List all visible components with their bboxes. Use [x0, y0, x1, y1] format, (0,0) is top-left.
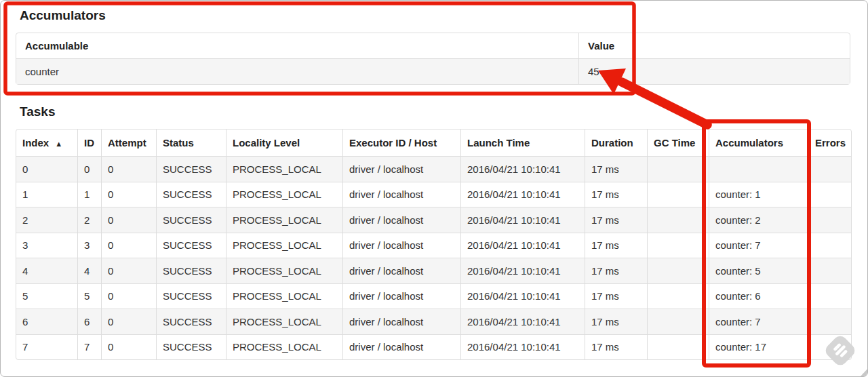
column-header-executor-id-host[interactable]: Executor ID / Host [342, 130, 460, 156]
cell-gc-time [647, 334, 709, 360]
cell-id: 0 [77, 156, 101, 182]
table-row: 2 2 0 SUCCESS PROCESS_LOCAL driver / loc… [16, 207, 851, 233]
cell-status: SUCCESS [156, 182, 226, 207]
column-header-attempt[interactable]: Attempt [101, 130, 156, 156]
cell-index: 3 [16, 233, 77, 258]
table-row: 4 4 0 SUCCESS PROCESS_LOCAL driver / loc… [16, 258, 851, 283]
accumulators-table: Accumulable Value counter 45 [16, 33, 850, 85]
cell-status: SUCCESS [156, 207, 226, 233]
cell-accumulators [709, 156, 808, 182]
cell-locality: PROCESS_LOCAL [226, 156, 342, 182]
cell-errors [808, 182, 851, 207]
cell-duration: 17 ms [585, 207, 647, 233]
cell-id: 1 [77, 182, 101, 207]
column-header-id[interactable]: ID [77, 130, 101, 156]
annotation-arrow-shaft [622, 82, 707, 125]
accumulators-header-row: Accumulable Value [16, 33, 850, 58]
cell-accumulators: counter: 7 [709, 233, 808, 258]
cell-launch-time: 2016/04/21 10:10:41 [460, 207, 585, 233]
cell-duration: 17 ms [585, 156, 647, 182]
cell-attempt: 0 [101, 233, 156, 258]
cell-attempt: 0 [101, 258, 156, 283]
column-header-launch-time[interactable]: Launch Time [460, 130, 585, 156]
tasks-header-row: Index▲ ID Attempt Status Locality Level … [16, 130, 851, 156]
cell-locality: PROCESS_LOCAL [226, 258, 342, 283]
cell-launch-time: 2016/04/21 10:10:41 [460, 283, 585, 309]
cell-launch-time: 2016/04/21 10:10:41 [460, 334, 585, 360]
cell-accumulators: counter: 5 [709, 258, 808, 283]
cell-locality: PROCESS_LOCAL [226, 309, 342, 334]
cell-index: 6 [16, 309, 77, 334]
table-row: counter 45 [16, 58, 850, 84]
cell-gc-time [647, 182, 709, 207]
cell-duration: 17 ms [585, 233, 647, 258]
cell-index: 1 [16, 182, 77, 207]
cell-accumulators: counter: 17 [709, 334, 808, 360]
cell-launch-time: 2016/04/21 10:10:41 [460, 258, 585, 283]
cell-gc-time [647, 258, 709, 283]
cell-duration: 17 ms [585, 283, 647, 309]
cell-index: 7 [16, 334, 77, 360]
cell-executor: driver / localhost [342, 207, 460, 233]
cell-gc-time [647, 309, 709, 334]
cell-executor: driver / localhost [342, 258, 460, 283]
cell-accumulators: counter: 7 [709, 309, 808, 334]
corner-cut-triangle [859, 368, 868, 377]
cell-errors [808, 283, 851, 309]
cell-accumulable: counter [16, 58, 578, 84]
column-header-index[interactable]: Index▲ [16, 130, 77, 156]
cell-errors [808, 233, 851, 258]
cell-value: 45 [578, 58, 850, 84]
table-row: 0 0 0 SUCCESS PROCESS_LOCAL driver / loc… [16, 156, 851, 182]
cell-errors [808, 207, 851, 233]
cell-id: 2 [77, 207, 101, 233]
cell-attempt: 0 [101, 156, 156, 182]
cell-executor: driver / localhost [342, 182, 460, 207]
index-header-label: Index [22, 137, 49, 148]
cell-launch-time: 2016/04/21 10:10:41 [460, 233, 585, 258]
cell-duration: 17 ms [585, 334, 647, 360]
cell-duration: 17 ms [585, 182, 647, 207]
cell-id: 3 [77, 233, 101, 258]
sort-asc-icon: ▲ [55, 140, 62, 148]
column-header-gc-time[interactable]: GC Time [647, 130, 709, 156]
cell-index: 4 [16, 258, 77, 283]
cell-status: SUCCESS [156, 156, 226, 182]
cell-locality: PROCESS_LOCAL [226, 182, 342, 207]
cell-duration: 17 ms [585, 258, 647, 283]
screenshot-frame: Accumulators Accumulable Value counter 4… [0, 0, 868, 377]
cell-duration: 17 ms [585, 309, 647, 334]
cell-id: 6 [77, 309, 101, 334]
column-header-locality-level[interactable]: Locality Level [226, 130, 342, 156]
cell-executor: driver / localhost [342, 283, 460, 309]
cell-index: 2 [16, 207, 77, 233]
column-header-duration[interactable]: Duration [585, 130, 647, 156]
cell-errors [808, 156, 851, 182]
column-header-accumulable[interactable]: Accumulable [16, 33, 578, 58]
cell-errors [808, 334, 851, 360]
cell-status: SUCCESS [156, 283, 226, 309]
cell-accumulators: counter: 2 [709, 207, 808, 233]
cell-locality: PROCESS_LOCAL [226, 334, 342, 360]
cell-accumulators: counter: 1 [709, 182, 808, 207]
cell-status: SUCCESS [156, 258, 226, 283]
cell-launch-time: 2016/04/21 10:10:41 [460, 156, 585, 182]
cell-executor: driver / localhost [342, 156, 460, 182]
column-header-status[interactable]: Status [156, 130, 226, 156]
cell-executor: driver / localhost [342, 233, 460, 258]
column-header-accumulators[interactable]: Accumulators [709, 130, 808, 156]
column-header-value[interactable]: Value [578, 33, 850, 58]
cell-id: 4 [77, 258, 101, 283]
cell-gc-time [647, 283, 709, 309]
column-header-errors[interactable]: Errors [808, 130, 851, 156]
cell-status: SUCCESS [156, 233, 226, 258]
cell-launch-time: 2016/04/21 10:10:41 [460, 182, 585, 207]
cell-gc-time [647, 156, 709, 182]
cell-attempt: 0 [101, 334, 156, 360]
cell-index: 5 [16, 283, 77, 309]
cell-attempt: 0 [101, 309, 156, 334]
table-row: 7 7 0 SUCCESS PROCESS_LOCAL driver / loc… [16, 334, 851, 360]
cell-attempt: 0 [101, 207, 156, 233]
cell-errors [808, 258, 851, 283]
tasks-heading: Tasks [20, 104, 55, 119]
